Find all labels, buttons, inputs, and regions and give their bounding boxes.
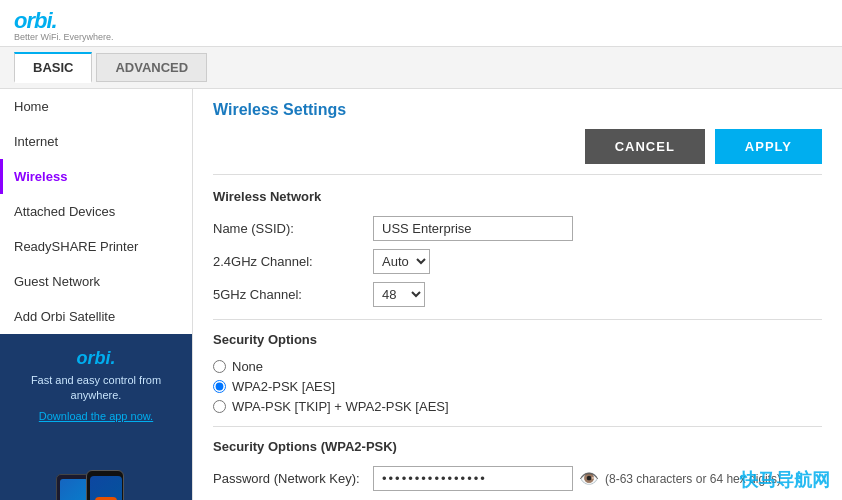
security-wpa2-row: WPA2-PSK [AES] — [213, 379, 822, 394]
logo-area: orbi. Better WiFi. Everywhere. — [14, 8, 828, 42]
sidebar-item-readyshare-printer[interactable]: ReadySHARE Printer — [0, 229, 192, 264]
tabs-bar: BASIC ADVANCED — [0, 47, 842, 89]
security-wpa-radio[interactable] — [213, 400, 226, 413]
tagline: Better WiFi. Everywhere. — [14, 32, 828, 42]
channel-5-label: 5GHz Channel: — [213, 287, 373, 302]
sidebar-nav: Home Internet Wireless Attached Devices … — [0, 89, 192, 334]
sidebar-item-home[interactable]: Home — [0, 89, 192, 124]
promo-logo: orbi. — [10, 348, 182, 369]
security-wpa2-radio[interactable] — [213, 380, 226, 393]
apply-button[interactable]: APPLY — [715, 129, 822, 164]
security-none-radio[interactable] — [213, 360, 226, 373]
page-title: Wireless Settings — [213, 101, 822, 119]
action-bar: CANCEL APPLY — [213, 129, 822, 175]
wireless-network-title: Wireless Network — [213, 189, 822, 208]
channel-24-row: 2.4GHz Channel: Auto 1234 5678 91011 — [213, 249, 822, 274]
cancel-button[interactable]: CANCEL — [585, 129, 705, 164]
sidebar-item-attached-devices[interactable]: Attached Devices — [0, 194, 192, 229]
channel-5-select[interactable]: 36404448 52566064 100104108112 116120124… — [373, 282, 425, 307]
sidebar-item-wireless[interactable]: Wireless — [0, 159, 192, 194]
divider-1 — [213, 319, 822, 320]
security-options-title: Security Options — [213, 332, 822, 351]
channel-24-label: 2.4GHz Channel: — [213, 254, 373, 269]
toggle-password-icon[interactable]: 👁️ — [579, 469, 599, 488]
header: orbi. Better WiFi. Everywhere. — [0, 0, 842, 47]
content-area: Wireless Settings CANCEL APPLY Wireless … — [193, 89, 842, 500]
sidebar-item-internet[interactable]: Internet — [0, 124, 192, 159]
password-row: Password (Network Key): 👁️ (8-63 charact… — [213, 466, 822, 491]
sidebar-item-guest-network[interactable]: Guest Network — [0, 264, 192, 299]
security-none-label: None — [232, 359, 263, 374]
tab-advanced[interactable]: ADVANCED — [96, 53, 207, 82]
password-label: Password (Network Key): — [213, 471, 373, 486]
security-wpa-label: WPA-PSK [TKIP] + WPA2-PSK [AES] — [232, 399, 449, 414]
ssid-label: Name (SSID): — [213, 221, 373, 236]
tab-basic[interactable]: BASIC — [14, 52, 92, 83]
password-field-wrap: 👁️ (8-63 characters or 64 hex digits) — [373, 466, 781, 491]
watermark: 快马导航网 — [740, 468, 830, 492]
ssid-input[interactable] — [373, 216, 573, 241]
sidebar-item-add-orbi-satellite[interactable]: Add Orbi Satellite — [0, 299, 192, 334]
promo-download-link[interactable]: Download the app now. — [10, 410, 182, 422]
channel-24-select[interactable]: Auto 1234 5678 91011 — [373, 249, 430, 274]
divider-2 — [213, 426, 822, 427]
sidebar: Home Internet Wireless Attached Devices … — [0, 89, 193, 500]
security-wpa2-label: WPA2-PSK [AES] — [232, 379, 335, 394]
main-layout: Home Internet Wireless Attached Devices … — [0, 89, 842, 500]
channel-5-row: 5GHz Channel: 36404448 52566064 10010410… — [213, 282, 822, 307]
promo-text: Fast and easy control from anywhere. — [10, 373, 182, 404]
sidebar-promo: orbi. Fast and easy control from anywher… — [0, 334, 192, 500]
ssid-row: Name (SSID): — [213, 216, 822, 241]
security-wpa2-psk-title: Security Options (WPA2-PSK) — [213, 439, 822, 458]
logo: orbi. — [14, 8, 828, 34]
security-wpa-row: WPA-PSK [TKIP] + WPA2-PSK [AES] — [213, 399, 822, 414]
promo-phone-area: orbi — [10, 430, 182, 500]
password-input[interactable] — [373, 466, 573, 491]
security-none-row: None — [213, 359, 822, 374]
